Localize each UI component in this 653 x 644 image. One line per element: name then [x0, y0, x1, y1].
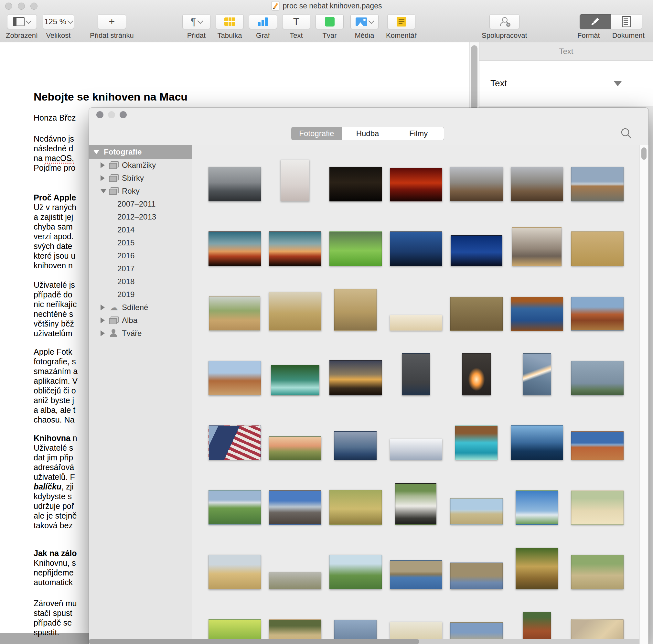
chart-button[interactable]	[249, 14, 277, 29]
photo-thumbnail-vultures-tree[interactable]	[330, 555, 382, 589]
photo-thumbnail-uluru-sunset-clouds[interactable]	[209, 232, 261, 266]
paragraph-style-selector[interactable]: Text	[479, 61, 653, 106]
photo-thumbnail-flamingos-lagoon[interactable]	[511, 297, 563, 331]
photo-thumbnail-canyon-sunbeams[interactable]	[450, 167, 503, 201]
photo-thumbnail-zebra-herd-pano[interactable]	[390, 315, 442, 331]
photo-thumbnail-outback-road-sign[interactable]	[571, 167, 624, 201]
photo-thumbnail-lions-waterhole[interactable]	[450, 563, 503, 589]
document-button[interactable]	[611, 14, 642, 29]
sidebar-item[interactable]: 2007–2011	[89, 197, 192, 211]
photo-thumbnail-hornbill-branch[interactable]	[571, 491, 624, 525]
sidebar-item[interactable]: ☁Sdílené	[89, 301, 192, 314]
photo-thumbnail-sea-stacks-reflection[interactable]	[511, 425, 563, 460]
sidebar-item[interactable]: 2019	[89, 288, 192, 301]
text-button[interactable]: T	[282, 14, 310, 29]
disclosure-right-icon[interactable]	[100, 175, 105, 181]
tab-fotografie[interactable]: Fotografie	[291, 127, 342, 140]
table-button[interactable]	[216, 14, 244, 29]
hyperlink-spellchecked[interactable]: macOS.	[45, 153, 74, 164]
photo-thumbnail-giraffes-road[interactable]	[209, 296, 260, 331]
close-button[interactable]	[96, 111, 103, 118]
photo-thumbnail-lion-yawning[interactable]	[516, 548, 558, 589]
disclosure-right-icon[interactable]	[100, 317, 105, 323]
photo-thumbnail-green-hills-sunset[interactable]	[269, 436, 321, 460]
photo-thumbnail-bridge-moonlight[interactable]	[390, 232, 442, 266]
media-button[interactable]	[350, 14, 379, 29]
photo-thumbnail-uluru-red-rock[interactable]	[269, 232, 321, 266]
sidebar-item-fotografie-root[interactable]: Fotografie	[89, 145, 192, 159]
sidebar-item[interactable]: 2017	[89, 262, 192, 275]
sidebar-item[interactable]: 2014	[89, 223, 192, 236]
photo-thumbnail-impala-grass[interactable]	[330, 490, 382, 525]
media-bottom-bar-thumb[interactable]	[89, 639, 419, 644]
sidebar-item[interactable]: 2015	[89, 236, 192, 249]
format-button[interactable]	[580, 14, 611, 29]
document-scrollbar-thumb[interactable]	[471, 45, 478, 109]
photo-grid-scrollbar[interactable]	[639, 145, 649, 644]
disclosure-down-icon[interactable]	[93, 150, 99, 154]
photo-thumbnail-fisherman-waves[interactable]	[209, 167, 261, 201]
search-icon[interactable]	[620, 127, 632, 140]
sidebar-item[interactable]: Tváře	[89, 327, 192, 340]
photo-thumbnail-white-bird-grass[interactable]	[330, 232, 382, 266]
shape-button[interactable]	[315, 14, 344, 29]
photo-thumbnail-woman-portrait[interactable]	[281, 160, 309, 201]
photo-thumbnail-vultures-feeding[interactable]	[571, 555, 624, 589]
photo-thumbnail-city-night-skyline[interactable]	[451, 235, 502, 266]
photo-thumbnail-leopard-in-tree[interactable]	[450, 297, 503, 331]
photo-thumbnail-cloud-sky-plain[interactable]	[516, 491, 558, 525]
photo-thumbnail-steam-locomotive[interactable]	[269, 491, 321, 525]
disclosure-right-icon[interactable]	[100, 162, 105, 168]
photo-thumbnail-misty-mountains-pano[interactable]	[390, 439, 442, 460]
photo-thumbnail-lioness-tall-grass[interactable]	[571, 232, 624, 266]
view-button[interactable]	[7, 14, 37, 29]
minimize-button[interactable]	[108, 111, 115, 118]
photo-thumbnail-red-dunes[interactable]	[571, 297, 624, 331]
photo-thumbnail-lions-drinking[interactable]	[390, 560, 442, 589]
photo-thumbnail-savanna-horsemen[interactable]	[450, 498, 503, 525]
photo-thumbnail-dunes-landscape[interactable]	[209, 361, 261, 396]
photo-thumbnail-launch-pad-towers[interactable]	[571, 361, 624, 396]
collaborate-button[interactable]: +	[489, 14, 519, 29]
photo-thumbnail-turquoise-falls[interactable]	[455, 426, 498, 460]
photo-thumbnail-opera-house-night[interactable]	[330, 167, 382, 201]
photo-thumbnail-zebras-closeup[interactable]	[395, 483, 436, 525]
add-page-button[interactable]: +	[98, 14, 126, 29]
disclosure-right-icon[interactable]	[100, 305, 105, 310]
sidebar-item[interactable]: Alba	[89, 314, 192, 327]
photo-thumbnail-meerkat-rock[interactable]	[334, 289, 377, 331]
sidebar-item[interactable]: Okamžiky	[89, 159, 192, 172]
photo-thumbnail-rhino-dry-tree[interactable]	[209, 555, 261, 589]
sidebar-item[interactable]: 2018	[89, 275, 192, 288]
photo-thumbnail-lighthouse-mountains[interactable]	[334, 431, 377, 460]
photo-thumbnail-rocket-launch-night[interactable]	[462, 353, 491, 396]
photo-thumbnail-wildebeest-pano[interactable]	[269, 572, 321, 589]
tab-hudba[interactable]: Hudba	[342, 127, 393, 140]
inspector-tab-text[interactable]: Text	[479, 42, 653, 61]
disclosure-right-icon[interactable]	[100, 330, 105, 336]
photo-thumbnail-rocket-pad-dark[interactable]	[402, 353, 430, 396]
photo-thumbnail-rocket-contrail[interactable]	[523, 353, 551, 396]
disclosure-down-icon[interactable]	[100, 189, 106, 193]
photo-thumbnail-jungle-waterfall[interactable]	[271, 365, 319, 396]
photo-thumbnail-canyon-sunbeams-2[interactable]	[511, 167, 563, 201]
sidebar-item[interactable]: Sbírky	[89, 172, 192, 185]
sidebar-item[interactable]: Roky	[89, 185, 192, 197]
zoom-level-button[interactable]: 125 %	[43, 14, 74, 29]
photo-thumbnail-us-flag[interactable]	[209, 426, 261, 460]
sidebar-item[interactable]: 2016	[89, 249, 192, 262]
zoom-button[interactable]	[120, 111, 127, 118]
sidebar-item-label: 2015	[117, 238, 135, 247]
photo-thumbnail-aerial-green-plain[interactable]	[209, 490, 261, 525]
sidebar-item[interactable]: 2012–2013	[89, 211, 192, 223]
photo-thumbnail-golden-sunset-mountains[interactable]	[330, 360, 382, 396]
photo-thumbnail-rhino-grass[interactable]	[269, 292, 321, 331]
photo-thumbnail-opera-house-red-sunset[interactable]	[390, 168, 442, 201]
photo-grid-scrollbar-thumb[interactable]	[642, 147, 647, 160]
comment-button[interactable]	[387, 14, 415, 29]
photo-thumbnail-elephant-front[interactable]	[512, 227, 561, 266]
tab-filmy[interactable]: Filmy	[393, 127, 444, 140]
media-bottom-bar[interactable]	[89, 639, 639, 644]
photo-thumbnail-red-dirt-road[interactable]	[571, 431, 624, 460]
insert-button[interactable]: ¶	[182, 14, 211, 29]
